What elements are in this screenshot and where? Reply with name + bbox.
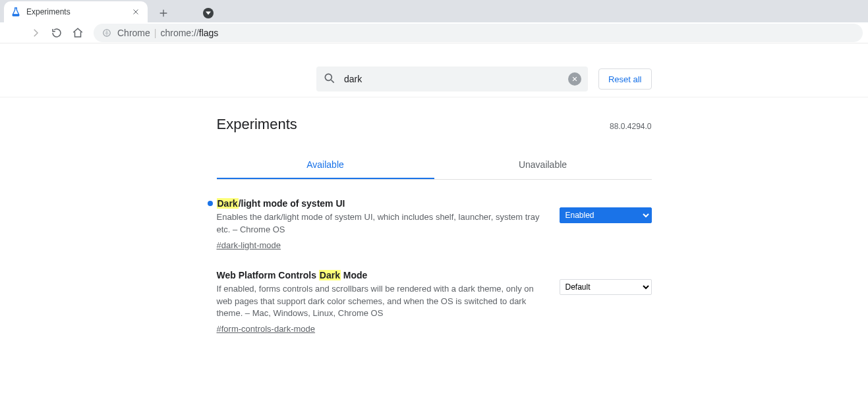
reload-button[interactable] — [47, 24, 66, 42]
search-icon — [323, 72, 336, 87]
caret-down-icon — [203, 8, 214, 18]
flag-row: Dark/light mode of system UIEnables the … — [217, 198, 652, 250]
flag-state-select[interactable]: DefaultEnabledDisabled — [560, 207, 652, 223]
flag-row: Web Platform Controls Dark ModeIf enable… — [217, 270, 652, 334]
flag-description: If enabled, forms controls and scrollbar… — [217, 283, 548, 321]
flag-state-select[interactable]: DefaultEnabledDisabled — [560, 279, 652, 295]
tab-available[interactable]: Available — [217, 151, 434, 179]
svg-point-1 — [325, 74, 332, 80]
flag-search-box[interactable] — [316, 66, 588, 92]
tab-unavailable[interactable]: Unavailable — [434, 151, 652, 179]
page-title: Experiments — [217, 116, 297, 133]
forward-button[interactable] — [26, 24, 45, 42]
flag-anchor-link[interactable]: #form-controls-dark-mode — [217, 324, 316, 334]
page-info-icon[interactable] — [101, 28, 112, 38]
tab-title: Experiments — [26, 7, 125, 16]
new-tab-button[interactable] — [154, 4, 173, 22]
browser-tabstrip: Experiments — [0, 0, 868, 22]
flag-anchor-link[interactable]: #dark-light-mode — [217, 240, 281, 250]
omnibox-url: Chrome | chrome://flags — [117, 28, 218, 38]
flag-search-input[interactable] — [343, 73, 562, 85]
omnibox[interactable]: Chrome | chrome://flags — [94, 24, 863, 42]
flask-icon — [11, 7, 21, 17]
extension-button[interactable] — [199, 4, 217, 22]
clear-search-button[interactable] — [568, 72, 581, 86]
browser-toolbar: Chrome | chrome://flags — [0, 22, 868, 43]
flag-title: Web Platform Controls Dark Mode — [217, 270, 548, 280]
flag-description: Enables the dark/light mode of system UI… — [217, 211, 548, 236]
tab-close-button[interactable] — [130, 7, 141, 17]
browser-tab-active[interactable]: Experiments — [4, 1, 148, 22]
flag-title: Dark/light mode of system UI — [217, 198, 548, 209]
changed-indicator-icon — [208, 201, 213, 206]
chrome-version: 88.0.4294.0 — [610, 122, 651, 131]
home-button[interactable] — [69, 24, 87, 42]
reset-all-button[interactable]: Reset all — [598, 68, 652, 90]
flag-tabs: Available Unavailable — [217, 151, 652, 180]
